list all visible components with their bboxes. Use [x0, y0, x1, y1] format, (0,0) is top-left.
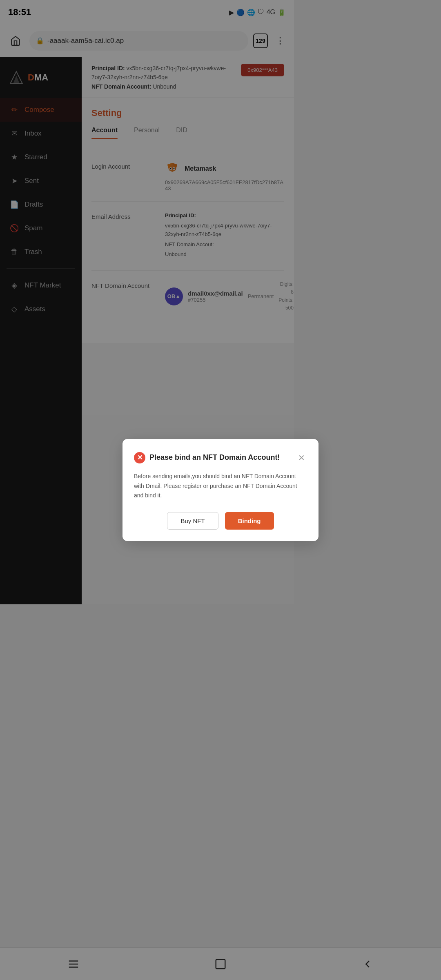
- modal-overlay: ✕ Please bind an NFT Domain Account! ✕ B…: [0, 0, 294, 637]
- modal-dialog: ✕ Please bind an NFT Domain Account! ✕ B…: [122, 439, 294, 541]
- modal-header: ✕ Please bind an NFT Domain Account! ✕: [134, 452, 294, 463]
- modal-error-icon: ✕: [134, 452, 145, 463]
- modal-title: Please bind an NFT Domain Account!: [149, 453, 280, 462]
- modal-body: Before sending emails,you should bind an…: [134, 472, 294, 501]
- buy-nft-button[interactable]: Buy NFT: [167, 512, 218, 530]
- binding-button[interactable]: Binding: [225, 512, 274, 530]
- modal-actions: Buy NFT Binding: [134, 512, 294, 530]
- modal-title-row: ✕ Please bind an NFT Domain Account!: [134, 452, 280, 463]
